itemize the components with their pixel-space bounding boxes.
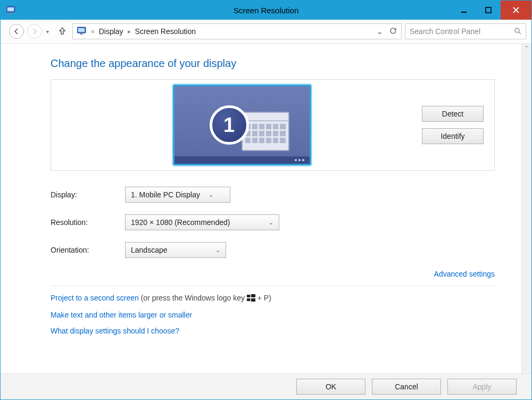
search-input[interactable]: Search Control Panel bbox=[405, 23, 526, 39]
svg-rect-7 bbox=[80, 34, 83, 35]
refresh-icon[interactable] bbox=[389, 27, 397, 36]
display-label: Display: bbox=[51, 190, 125, 199]
history-dropdown[interactable]: ▾ bbox=[45, 29, 52, 35]
close-button[interactable] bbox=[501, 1, 531, 20]
project-second-screen-link[interactable]: Project to a second screen bbox=[51, 294, 139, 302]
orientation-select[interactable]: Landscape ⌄ bbox=[125, 242, 226, 258]
apply-button[interactable]: Apply bbox=[447, 379, 517, 395]
chevron-down-icon: ⌄ bbox=[209, 191, 213, 198]
page-title: Change the appearance of your display bbox=[51, 57, 495, 70]
display-value: 1. Mobile PC Display bbox=[131, 190, 200, 199]
svg-rect-12 bbox=[251, 298, 255, 302]
window: Screen Resolution ▾ bbox=[0, 0, 532, 400]
advanced-settings-link[interactable]: Advanced settings bbox=[434, 270, 495, 278]
breadcrumb[interactable]: « Display ▸ Screen Resolution ⌄ bbox=[72, 23, 402, 39]
scroll-up-icon[interactable]: ˄ bbox=[522, 44, 531, 53]
ok-button[interactable]: OK bbox=[296, 379, 365, 395]
keypad-icon bbox=[242, 112, 289, 151]
project-line: Project to a second screen (or press the… bbox=[51, 294, 495, 303]
svg-point-8 bbox=[515, 28, 519, 32]
chevron-down-icon: ⌄ bbox=[215, 247, 220, 254]
svg-rect-6 bbox=[78, 28, 85, 32]
identify-button[interactable]: Identify bbox=[422, 128, 484, 144]
orientation-value: Landscape bbox=[131, 246, 168, 254]
separator bbox=[51, 286, 495, 286]
orientation-label: Orientation: bbox=[51, 246, 125, 254]
breadcrumb-root-glyph: « bbox=[89, 28, 97, 35]
titlebar: Screen Resolution bbox=[1, 1, 531, 20]
forward-button[interactable] bbox=[27, 24, 42, 39]
window-controls bbox=[452, 1, 531, 20]
svg-rect-3 bbox=[461, 12, 467, 13]
svg-rect-11 bbox=[247, 298, 251, 301]
minimize-button[interactable] bbox=[452, 1, 476, 20]
maximize-button[interactable] bbox=[476, 1, 501, 20]
explorer-bar: ▾ « Display ▸ Screen Resolution ⌄ bbox=[1, 20, 531, 44]
content: Change the appearance of your display bbox=[1, 44, 521, 373]
dialog-footer: OK Cancel Apply bbox=[1, 373, 531, 399]
cancel-button[interactable]: Cancel bbox=[372, 379, 441, 395]
monitor-taskbar-icon bbox=[174, 156, 310, 164]
svg-rect-4 bbox=[486, 7, 491, 13]
display-select[interactable]: 1. Mobile PC Display ⌄ bbox=[125, 187, 230, 203]
up-button[interactable] bbox=[55, 27, 69, 37]
resolution-select[interactable]: 1920 × 1080 (Recommended) ⌄ bbox=[125, 214, 279, 230]
monitor-number: 1 bbox=[210, 105, 249, 145]
back-button[interactable] bbox=[9, 24, 24, 39]
svg-rect-1 bbox=[7, 7, 14, 11]
svg-rect-10 bbox=[251, 294, 255, 297]
project-suffix-before: (or press the Windows logo key bbox=[139, 294, 247, 302]
monitor-thumbnail-1[interactable]: 1 bbox=[173, 85, 311, 165]
breadcrumb-dropdown[interactable]: ⌄ bbox=[377, 27, 383, 36]
breadcrumb-item-display[interactable]: Display bbox=[99, 27, 123, 36]
app-icon bbox=[6, 5, 16, 15]
breadcrumb-item-screen-resolution[interactable]: Screen Resolution bbox=[135, 27, 196, 36]
resolution-value: 1920 × 1080 (Recommended) bbox=[131, 218, 230, 227]
breadcrumb-icon bbox=[77, 27, 87, 37]
svg-rect-9 bbox=[247, 295, 251, 297]
detect-button[interactable]: Detect bbox=[422, 106, 484, 122]
chevron-right-icon: ▸ bbox=[126, 28, 133, 35]
resolution-label: Resolution: bbox=[51, 218, 125, 227]
display-help-link[interactable]: What display settings should I choose? bbox=[51, 327, 179, 335]
chevron-down-icon: ⌄ bbox=[269, 219, 273, 226]
windows-key-icon bbox=[247, 294, 255, 303]
vertical-scrollbar[interactable]: ˄ bbox=[521, 44, 531, 373]
client-area: Change the appearance of your display bbox=[1, 44, 531, 373]
svg-rect-2 bbox=[9, 13, 12, 14]
display-preview: 1 Detect Identify bbox=[51, 79, 495, 171]
text-size-link[interactable]: Make text and other items larger or smal… bbox=[51, 311, 192, 319]
search-placeholder: Search Control Panel bbox=[410, 27, 480, 36]
project-suffix-after: + P) bbox=[255, 294, 271, 302]
search-icon bbox=[514, 27, 521, 36]
